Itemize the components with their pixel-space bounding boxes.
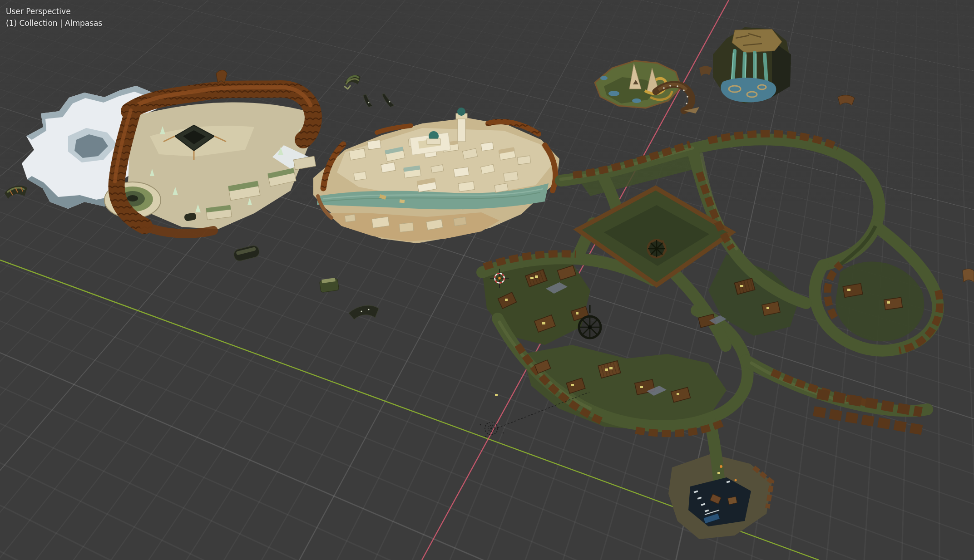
- waterfall-pool-islet[interactable]: [713, 27, 791, 103]
- cursor-center-dot: [498, 277, 501, 280]
- origin-empty-gizmo: [480, 422, 504, 437]
- viewport-hud: User Perspective (1) Collection | Almpas…: [6, 5, 102, 29]
- view-mode-label: User Perspective: [6, 5, 102, 17]
- sand-market-city-with-canal-map[interactable]: [313, 108, 559, 243]
- collection-breadcrumb: (1) Collection | Almpasas: [6, 17, 102, 29]
- scene-canvas[interactable]: [0, 0, 974, 560]
- jungle-canal-town-network-map[interactable]: [482, 134, 940, 539]
- snow-mountain-walled-village-map[interactable]: [22, 86, 316, 234]
- viewport-3d[interactable]: User Perspective (1) Collection | Almpas…: [0, 0, 974, 560]
